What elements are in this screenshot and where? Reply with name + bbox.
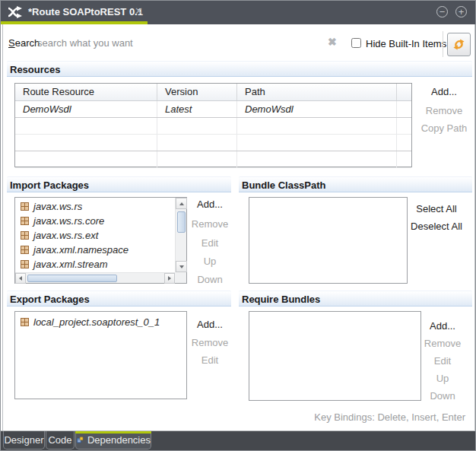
arrow-right-icon: [168, 276, 171, 281]
scroll-right-button[interactable]: [164, 273, 175, 284]
empty-cell: [157, 151, 237, 167]
resources-title: Resources: [10, 64, 60, 75]
resources-copy-path-button[interactable]: Copy Path: [414, 122, 474, 134]
table-row[interactable]: DemoWsdl Latest DemoWsdl: [15, 101, 411, 118]
package-name: javax.ws.rs.ext: [33, 230, 98, 241]
empty-cell: [237, 118, 397, 134]
table-row-empty: [15, 151, 411, 168]
import-up-button[interactable]: Up: [189, 256, 231, 267]
bundle-classpath-title: Bundle ClassPath: [242, 179, 326, 191]
key-bindings-hint: Key Bindings: Delete, Insert, Enter: [314, 411, 465, 423]
list-item[interactable]: javax.xml.namespace: [15, 243, 174, 257]
empty-cell: [237, 135, 397, 151]
empty-cell: [157, 118, 237, 134]
require-bundles-title: Require Bundles: [242, 294, 320, 305]
vertical-scrollbar[interactable]: [175, 198, 186, 272]
tab-close-icon[interactable]: ✕: [135, 5, 143, 17]
route-icon: [8, 6, 23, 18]
cell-version[interactable]: Latest: [157, 101, 237, 117]
tab-label: Dependencies: [87, 434, 151, 446]
dependencies-icon: [76, 434, 84, 446]
empty-cell: [397, 118, 411, 134]
empty-cell: [397, 135, 411, 151]
search-input[interactable]: [36, 33, 324, 52]
package-name: javax.xml.stream: [33, 259, 108, 270]
clear-search-icon[interactable]: ✖: [328, 36, 337, 48]
export-add-button[interactable]: Add...: [189, 319, 231, 330]
tab-designer[interactable]: Designer: [3, 431, 45, 449]
tab-dependencies[interactable]: Dependencies: [75, 431, 151, 449]
scroll-left-button[interactable]: [15, 273, 26, 284]
minimize-icon[interactable]: −: [436, 6, 448, 17]
cell-spare: [397, 101, 411, 117]
horizontal-scrollbar[interactable]: [15, 272, 175, 283]
export-packages-section-header: Export Packages: [7, 291, 231, 306]
package-icon: [21, 260, 29, 268]
cell-route-resource[interactable]: DemoWsdl: [15, 101, 157, 117]
package-name: javax.xml.namespace: [33, 244, 129, 256]
editor-tab-title[interactable]: *Route SOAPtoREST 0.1: [28, 6, 143, 17]
list-item[interactable]: local_project.soaptorest_0_1: [15, 315, 186, 329]
hide-builtin-label[interactable]: Hide Built-In Items: [366, 38, 446, 49]
import-packages-section-header: Import Packages: [7, 176, 231, 192]
view-tab-bar: Designer Code Dependencies: [1, 430, 476, 451]
require-remove-button[interactable]: Remove: [418, 338, 467, 349]
package-name: javax.ws.rs.core: [33, 215, 104, 227]
package-icon: [21, 231, 29, 240]
empty-cell: [15, 151, 157, 167]
export-edit-button[interactable]: Edit: [189, 354, 231, 366]
package-name: local_project.soaptorest_0_1: [33, 316, 160, 328]
list-item[interactable]: javax.ws.rs: [15, 199, 174, 214]
require-add-button[interactable]: Add...: [418, 320, 467, 332]
import-down-button[interactable]: Down: [189, 274, 231, 285]
tab-code[interactable]: Code: [46, 431, 75, 449]
scroll-up-button[interactable]: [176, 198, 187, 209]
list-item[interactable]: javax.ws.rs.core: [15, 214, 174, 228]
empty-cell: [15, 135, 157, 151]
resources-table[interactable]: Route Resource Version Path DemoWsdl Lat…: [14, 83, 412, 167]
column-header-spare: [397, 84, 411, 100]
toolbar-separator: [443, 31, 443, 57]
resources-section-header: Resources: [7, 61, 472, 77]
import-packages-list[interactable]: javax.ws.rs javax.ws.rs.core javax.ws.rs…: [14, 197, 187, 284]
deselect-all-button[interactable]: Deselect All: [408, 221, 465, 232]
import-packages-items: javax.ws.rs javax.ws.rs.core javax.ws.rs…: [15, 199, 174, 272]
editor-tab-bar: *Route SOAPtoREST 0.1 ✕ − +: [1, 1, 476, 24]
require-bundles-section-header: Require Bundles: [239, 291, 472, 306]
resources-table-header: Route Resource Version Path: [15, 84, 411, 101]
column-header-version[interactable]: Version: [157, 84, 237, 100]
require-up-button[interactable]: Up: [418, 373, 467, 384]
refresh-dependencies-button[interactable]: [447, 33, 471, 56]
list-item[interactable]: javax.xml.stream: [15, 257, 174, 272]
horizontal-scroll-thumb[interactable]: [27, 275, 117, 282]
arrow-up-icon: [179, 202, 184, 205]
export-remove-button[interactable]: Remove: [189, 337, 231, 348]
column-header-path[interactable]: Path: [237, 84, 397, 100]
require-edit-button[interactable]: Edit: [418, 355, 467, 367]
export-packages-list[interactable]: local_project.soaptorest_0_1: [14, 311, 187, 399]
import-edit-button[interactable]: Edit: [189, 237, 231, 249]
package-icon: [21, 202, 29, 211]
maximize-icon[interactable]: +: [455, 6, 467, 17]
resources-remove-button[interactable]: Remove: [414, 105, 474, 116]
import-add-button[interactable]: Add...: [189, 199, 231, 210]
tab-label: Code: [48, 434, 71, 446]
hide-builtin-checkbox[interactable]: [351, 38, 361, 48]
bundle-classpath-section-header: Bundle ClassPath: [239, 176, 472, 192]
require-down-button[interactable]: Down: [418, 390, 467, 402]
active-tab-accent: [75, 431, 151, 434]
select-all-button[interactable]: Select All: [408, 203, 465, 214]
vertical-scroll-thumb[interactable]: [177, 211, 186, 233]
scroll-down-button[interactable]: [176, 261, 187, 272]
package-icon: [21, 246, 29, 254]
cell-path[interactable]: DemoWsdl: [237, 101, 397, 117]
import-packages-title: Import Packages: [10, 179, 89, 191]
bundle-classpath-list[interactable]: [249, 197, 408, 284]
list-item[interactable]: javax.ws.rs.ext: [15, 228, 174, 243]
import-remove-button[interactable]: Remove: [189, 218, 231, 230]
resources-add-button[interactable]: Add...: [414, 86, 474, 97]
column-header-route-resource[interactable]: Route Resource: [15, 84, 157, 100]
table-row-empty: [15, 118, 411, 135]
tab-label: Designer: [4, 434, 43, 446]
require-bundles-list[interactable]: [249, 311, 421, 401]
